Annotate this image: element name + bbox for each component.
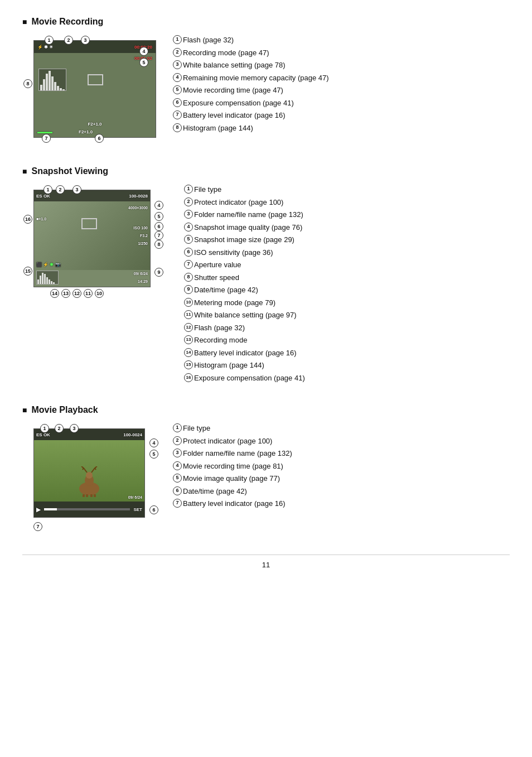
item-num: 3 bbox=[173, 449, 182, 457]
label-4-snap: 4 bbox=[154, 201, 163, 210]
item-num: 13 bbox=[184, 335, 193, 344]
list-item: 15 Histogram (page 144) bbox=[184, 360, 305, 371]
label-2-movie-rec: 2 bbox=[64, 36, 73, 45]
label-8-movie-rec: 8 bbox=[23, 79, 32, 88]
item-num: 2 bbox=[173, 436, 182, 445]
label-9-snap: 9 bbox=[154, 268, 163, 277]
label-3-movie-rec: 3 bbox=[81, 36, 90, 45]
list-item: 1 Flash (page 32) bbox=[173, 35, 329, 46]
svg-line-11 bbox=[95, 466, 97, 468]
label-5-play: 5 bbox=[149, 450, 158, 459]
list-item: 1 File type bbox=[173, 423, 292, 434]
item-num: 3 bbox=[173, 60, 182, 69]
item-text: Date/time (page 42) bbox=[183, 486, 292, 497]
label-6-movie-rec: 6 bbox=[95, 134, 104, 143]
list-item: 1 File type bbox=[184, 184, 305, 195]
list-item: 6 ISO sensitivity (page 36) bbox=[184, 247, 305, 258]
item-text: Folder name/file name (page 132) bbox=[183, 448, 292, 459]
svg-rect-6 bbox=[94, 494, 96, 497]
page-number: 11 bbox=[22, 555, 510, 569]
item-text: Protect indicator (page 100) bbox=[183, 436, 292, 447]
list-item: 3 Folder name/file name (page 132) bbox=[184, 209, 305, 220]
item-num: 7 bbox=[184, 260, 193, 269]
list-item: 7 Aperture value bbox=[184, 259, 305, 271]
item-num: 6 bbox=[173, 98, 182, 107]
item-num: 15 bbox=[184, 360, 193, 369]
snapshot-viewing-screen: ES OK 100-0028 4000×3000 ■+1.0 bbox=[33, 190, 151, 287]
label-3-play: 3 bbox=[70, 424, 79, 433]
item-num: 1 bbox=[173, 35, 182, 44]
item-num: 8 bbox=[173, 123, 182, 132]
item-text: Histogram (page 144) bbox=[194, 360, 305, 371]
item-num: 7 bbox=[173, 110, 182, 119]
item-text: Flash (page 32) bbox=[183, 35, 329, 46]
label-6-play: 6 bbox=[149, 505, 158, 514]
item-num: 2 bbox=[184, 197, 193, 206]
snapshot-viewing-body: ES OK 100-0028 4000×3000 ■+1.0 bbox=[22, 184, 510, 385]
label-2-snap: 2 bbox=[56, 185, 65, 194]
item-num: 1 bbox=[173, 423, 182, 432]
movie-playback-title: Movie Playback bbox=[22, 405, 510, 415]
label-1-play: 1 bbox=[40, 424, 49, 433]
list-item: 2 Protect indicator (page 100) bbox=[173, 436, 292, 447]
item-text: File type bbox=[194, 184, 305, 195]
list-item: 3 Folder name/file name (page 132) bbox=[173, 448, 292, 459]
movie-recording-body: ⚡ ✱ ☀ 00:08:20 00:01:02 bbox=[22, 35, 510, 146]
item-text: White balance setting (page 78) bbox=[183, 60, 329, 71]
svg-rect-5 bbox=[90, 494, 93, 497]
svg-rect-3 bbox=[83, 494, 85, 497]
label-4-play: 4 bbox=[149, 438, 158, 447]
list-item: 12 Flash (page 32) bbox=[184, 322, 305, 334]
list-item: 7 Battery level indicator (page 16) bbox=[173, 498, 292, 509]
item-text: Exposure compensation (page 41) bbox=[183, 98, 329, 109]
label-7-movie-rec: 7 bbox=[42, 134, 51, 143]
item-num: 2 bbox=[173, 48, 182, 57]
label-7-snap: 7 bbox=[154, 231, 163, 240]
label-6-snap: 6 bbox=[154, 222, 163, 231]
item-num: 1 bbox=[184, 185, 193, 194]
list-item: 2 Recording mode (page 47) bbox=[173, 47, 329, 59]
item-text: White balance setting (page 97) bbox=[194, 310, 305, 321]
item-num: 4 bbox=[173, 73, 182, 82]
item-text: Date/time (page 42) bbox=[194, 285, 305, 296]
movie-playback-info-list: 1 File type 2 Protect indicator (page 10… bbox=[173, 423, 292, 511]
label-15-snap: 15 bbox=[23, 267, 32, 276]
list-item: 11 White balance setting (page 97) bbox=[184, 310, 305, 321]
movie-recording-info-list: 1 Flash (page 32) 2 Recording mode (page… bbox=[173, 35, 329, 135]
item-num: 10 bbox=[184, 298, 193, 307]
item-num: 5 bbox=[173, 85, 182, 94]
label-11-snap: 11 bbox=[84, 289, 93, 298]
svg-rect-4 bbox=[86, 494, 88, 497]
svg-line-12 bbox=[95, 468, 96, 470]
movie-playback-section: Movie Playback ES OK 100-0024 00:00:20 bbox=[22, 405, 510, 534]
item-num: 4 bbox=[173, 461, 182, 470]
svg-line-8 bbox=[81, 466, 84, 468]
movie-recording-title: Movie Recording bbox=[22, 17, 510, 27]
item-text: Folder name/file name (page 132) bbox=[194, 209, 305, 220]
list-item: 8 Shutter speed bbox=[184, 272, 305, 283]
movie-recording-section: Movie Recording ⚡ ✱ ☀ 00:08:20 00:01:02 bbox=[22, 17, 510, 146]
item-num: 16 bbox=[184, 373, 193, 382]
item-text: Histogram (page 144) bbox=[183, 123, 329, 134]
label-13-snap: 13 bbox=[61, 289, 70, 298]
item-text: Snapshot image size (page 29) bbox=[194, 234, 305, 245]
list-item: 6 Exposure compensation (page 41) bbox=[173, 98, 329, 109]
label-5-movie-rec: 5 bbox=[139, 58, 148, 67]
item-text: ISO sensitivity (page 36) bbox=[194, 247, 305, 258]
snapshot-viewing-title: Snapshot Viewing bbox=[22, 166, 510, 176]
list-item: 5 Movie image quality (page 77) bbox=[173, 473, 292, 484]
item-text: Flash (page 32) bbox=[194, 322, 305, 334]
list-item: 9 Date/time (page 42) bbox=[184, 285, 305, 296]
label-1-snap: 1 bbox=[43, 185, 52, 194]
movie-playback-screen: ES OK 100-0024 00:00:20 STD bbox=[33, 428, 145, 518]
item-num: 6 bbox=[173, 486, 182, 495]
item-text: Recording mode (page 47) bbox=[183, 47, 329, 59]
list-item: 3 White balance setting (page 78) bbox=[173, 60, 329, 71]
snapshot-viewing-info-list: 1 File type 2 Protect indicator (page 10… bbox=[184, 184, 305, 385]
label-10-snap: 10 bbox=[95, 289, 104, 298]
item-text: Movie recording time (page 81) bbox=[183, 461, 292, 472]
label-5-snap: 5 bbox=[154, 212, 163, 221]
list-item: 7 Battery level indicator (page 16) bbox=[173, 110, 329, 121]
item-num: 8 bbox=[184, 273, 193, 282]
item-num: 5 bbox=[184, 235, 193, 244]
